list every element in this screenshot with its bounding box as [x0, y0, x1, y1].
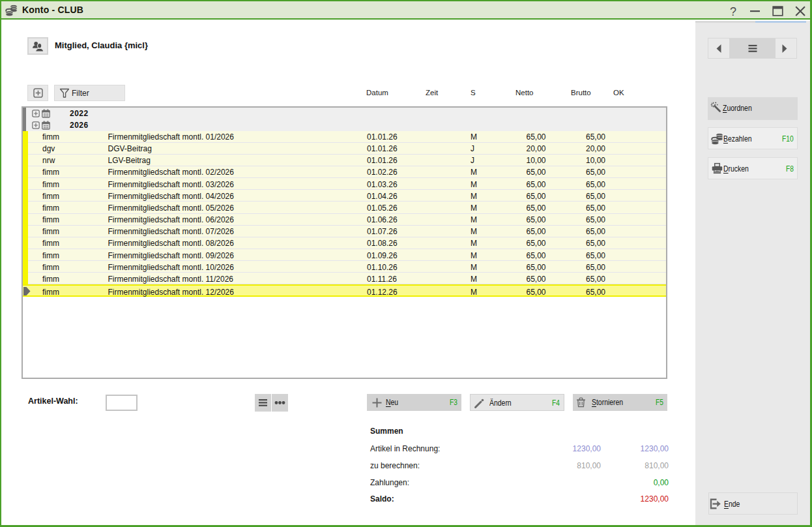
svg-text:?: ?	[730, 5, 736, 18]
